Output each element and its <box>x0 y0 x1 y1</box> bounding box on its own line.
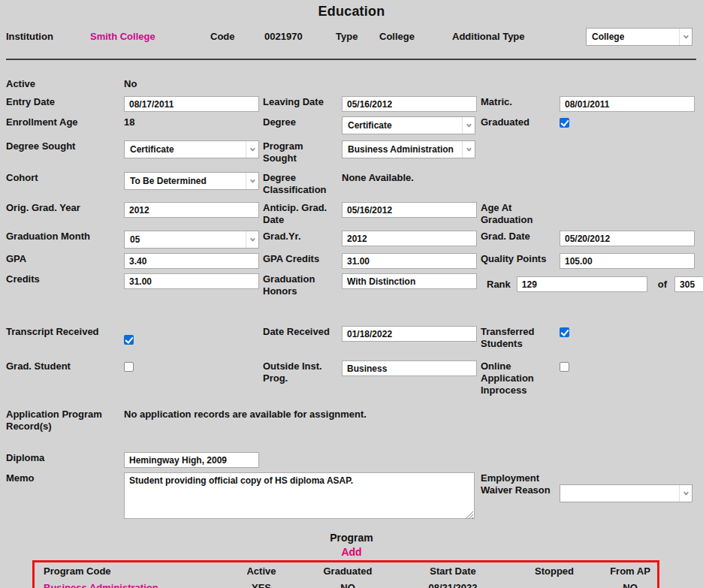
application-program-records-row: Application Program Record(s) No applica… <box>0 409 703 433</box>
enrollment-age-row: Enrollment Age 18 Degree Certificate Gra… <box>0 116 703 134</box>
degree-sought-row: Degree Sought Certificate Program Sought… <box>0 140 703 164</box>
cohort-label: Cohort <box>6 172 124 184</box>
date-received-input[interactable] <box>342 326 477 342</box>
leaving-date-input[interactable] <box>342 96 477 112</box>
application-program-records-label: Application Program Record(s) <box>6 409 124 433</box>
employment-waiver-reason-label: Employment Waiver Reason <box>481 472 560 496</box>
rank-of-label: of <box>658 279 667 291</box>
gpa-credits-label: GPA Credits <box>263 253 342 265</box>
grad-yr-label: Grad.Yr. <box>263 231 342 243</box>
rank-input[interactable] <box>517 276 647 292</box>
program-sought-label: Program Sought <box>263 140 342 164</box>
diploma-input[interactable] <box>124 452 259 468</box>
memo-label: Memo <box>6 472 124 484</box>
transcript-received-row: Transcript Received Date Received Transf… <box>0 326 703 350</box>
code-label: Code <box>210 31 264 43</box>
graduation-month-select[interactable]: 05 <box>124 231 259 249</box>
grad-student-checkbox[interactable] <box>124 362 134 372</box>
institution-link[interactable]: Smith College <box>90 31 210 43</box>
start-date-cell: 08/21/2022 <box>400 582 505 588</box>
matric-label: Matric. <box>481 96 560 108</box>
entry-date-label: Entry Date <box>6 96 124 108</box>
stopped-header: Stopped <box>505 565 603 577</box>
gpa-label: GPA <box>6 253 124 265</box>
program-table-header: Program Code Active Graduated Start Date… <box>35 565 657 577</box>
program-section-title: Program <box>0 532 703 544</box>
employment-waiver-reason-select[interactable] <box>560 484 692 502</box>
degree-sought-label: Degree Sought <box>6 140 124 152</box>
graduation-month-row: Graduation Month 05 Grad.Yr. Grad. Date <box>0 231 703 249</box>
graduation-honors-input[interactable] <box>342 273 477 289</box>
rank-label: Rank <box>487 279 511 291</box>
program-table-row: Business Administration YES NO 08/21/202… <box>35 582 657 588</box>
enrollment-age-label: Enrollment Age <box>6 116 124 128</box>
leaving-date-label: Leaving Date <box>263 96 342 108</box>
type-label: Type <box>336 31 379 43</box>
gpa-input[interactable] <box>124 253 259 269</box>
rank-total-input[interactable] <box>674 276 703 292</box>
degree-sought-select[interactable]: Certificate <box>124 140 259 158</box>
chevron-down-icon <box>246 141 258 158</box>
program-sought-select[interactable]: Business Administration <box>342 140 475 158</box>
orig-grad-year-label: Orig. Grad. Year <box>6 202 124 214</box>
graduated-cell: NO <box>295 582 400 588</box>
divider <box>6 59 696 60</box>
chevron-down-icon <box>462 141 475 158</box>
add-program-link[interactable]: Add <box>341 546 361 558</box>
orig-grad-year-input[interactable] <box>124 202 259 218</box>
quality-points-input[interactable] <box>560 253 695 269</box>
credits-row: Credits Graduation Honors Rank of studen… <box>0 273 703 297</box>
memo-wrapper: Student providing official copy of HS di… <box>124 472 475 521</box>
graduation-honors-label: Graduation Honors <box>263 273 342 297</box>
grad-yr-input[interactable] <box>342 231 477 246</box>
outside-inst-prog-label: Outside Inst. Prog. <box>263 360 342 384</box>
gpa-credits-input[interactable] <box>342 253 477 269</box>
grad-student-label: Grad. Student <box>6 360 124 372</box>
stopped-cell <box>505 582 603 588</box>
grad-student-row: Grad. Student Outside Inst. Prog. Online… <box>0 360 703 397</box>
institution-label: Institution <box>6 31 90 43</box>
matric-input[interactable] <box>560 96 695 112</box>
active-header: Active <box>228 565 295 577</box>
cohort-select[interactable]: To Be Determined <box>124 172 259 190</box>
from-ap-cell: NO <box>603 582 657 588</box>
credits-label: Credits <box>6 273 124 285</box>
transcript-received-checkbox[interactable] <box>124 335 134 345</box>
memo-row: Memo Student providing official copy of … <box>0 472 703 521</box>
chevron-down-icon <box>679 29 692 45</box>
credits-input[interactable] <box>124 273 259 289</box>
program-code-link[interactable]: Business Administration <box>35 582 228 588</box>
graduated-checkbox[interactable] <box>560 118 569 128</box>
application-program-records-message: No application records are available for… <box>124 409 697 421</box>
memo-textarea[interactable]: Student providing official copy of HS di… <box>124 472 475 519</box>
active-label: Active <box>6 78 124 90</box>
outside-inst-prog-input[interactable] <box>342 360 477 376</box>
gpa-row: GPA GPA Credits Quality Points <box>0 253 703 269</box>
anticip-grad-date-input[interactable] <box>342 202 477 218</box>
education-page: Education Institution Smith College Code… <box>0 0 703 588</box>
date-received-label: Date Received <box>263 326 342 338</box>
graduated-label: Graduated <box>481 116 560 128</box>
transcript-received-label: Transcript Received <box>6 326 124 338</box>
diploma-row: Diploma <box>0 452 703 468</box>
program-code-header: Program Code <box>35 565 228 577</box>
active-cell: YES <box>228 582 295 588</box>
degree-select[interactable]: Certificate <box>342 116 475 134</box>
online-application-inprocess-checkbox[interactable] <box>560 362 569 372</box>
code-value: 0021970 <box>264 31 336 43</box>
entry-date-row: Entry Date Leaving Date Matric. <box>0 96 703 112</box>
orig-grad-year-row: Orig. Grad. Year Anticip. Grad. Date Age… <box>0 202 703 226</box>
anticip-grad-date-label: Anticip. Grad. Date <box>263 202 342 226</box>
chevron-down-icon <box>246 231 258 248</box>
grad-date-input[interactable] <box>560 231 695 246</box>
start-date-header: Start Date <box>400 565 505 577</box>
header-row: Institution Smith College Code 0021970 T… <box>6 27 703 47</box>
chevron-down-icon <box>246 173 258 189</box>
online-application-inprocess-label: Online Application Inprocess <box>481 360 560 397</box>
add-link-row: Add <box>0 546 703 558</box>
graduated-header: Graduated <box>295 565 400 577</box>
additional-type-select[interactable]: College <box>586 28 692 46</box>
graduation-month-label: Graduation Month <box>6 231 124 243</box>
transferred-students-checkbox[interactable] <box>560 327 569 337</box>
entry-date-input[interactable] <box>124 96 259 112</box>
